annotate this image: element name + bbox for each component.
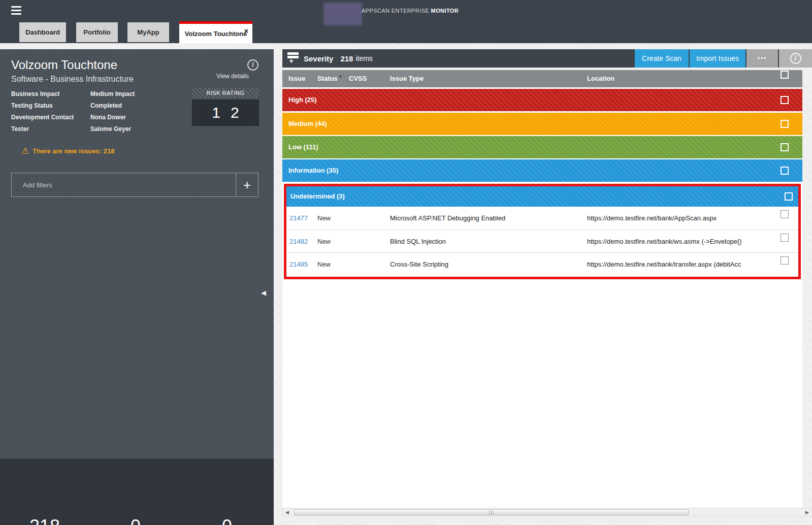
stat-in-progress: 0 IN PROGRESS	[92, 516, 179, 525]
app-title-regular: APPSCAN ENTERPRISE	[362, 8, 429, 14]
field-tester: Tester Salome Geyer	[11, 125, 29, 134]
tab-active-label: Volzoom Touchtone	[185, 30, 247, 38]
issue-row-21477[interactable]: 21477 New Microsoft ASP.NET Debugging En…	[286, 207, 798, 229]
severity-group-label: Medium (44)	[288, 120, 327, 127]
group-checkbox[interactable]	[781, 167, 789, 175]
add-filter-button[interactable]: +	[236, 173, 258, 196]
issue-row-21485[interactable]: 21485 New Cross-Site Scripting https://d…	[286, 252, 798, 275]
group-checkbox[interactable]	[781, 143, 789, 151]
application-subtitle: Software - Business Infrastructure	[11, 75, 134, 84]
items-count: 218	[340, 54, 353, 63]
severity-group-label: Low (111)	[288, 143, 318, 151]
field-value: Completed	[90, 102, 187, 109]
issues-table: Issue Status ▼ CVSS Issue Type Location …	[282, 70, 802, 508]
severity-group-information[interactable]: Information (35)	[282, 159, 802, 182]
issues-toolbar: + Severity 218 items Create Scan Import …	[282, 49, 812, 68]
app-title-bold: MONITOR	[431, 8, 459, 14]
risk-rating-value: 1 2	[192, 100, 259, 126]
issue-row-21482[interactable]: 21482 New Blind SQL Injection https://de…	[286, 229, 798, 252]
tab-myapp[interactable]: MyApp	[127, 22, 169, 42]
scrollbar-grip	[489, 511, 494, 514]
scrollbar-thumb[interactable]	[294, 509, 689, 515]
field-label: Business Impact	[11, 90, 59, 97]
field-value: Nona Dower	[90, 114, 187, 121]
warning-icon: ⚠	[21, 147, 29, 155]
info-icon[interactable]: i	[247, 59, 258, 71]
hamburger-menu-icon[interactable]	[11, 6, 22, 15]
items-count-suffix: items	[355, 54, 372, 62]
application-title: Volzoom Touchtone	[11, 58, 117, 72]
tab-volzoom-touchtone[interactable]: Volzoom Touchtone ×	[179, 21, 252, 43]
table-header-row: Issue Status ▼ CVSS Issue Type Location	[282, 70, 802, 87]
horizontal-scrollbar[interactable]: ◀ ▶	[282, 508, 812, 516]
severity-group-undetermined[interactable]: Undetermined (3)	[286, 186, 798, 207]
field-development-contact: Development Contact Nona Dower	[11, 114, 74, 122]
group-checkbox[interactable]	[785, 192, 793, 201]
stat-value: 0	[92, 516, 179, 525]
application-summary-panel: Volzoom Touchtone Software - Business In…	[0, 49, 274, 525]
group-checkbox[interactable]	[781, 96, 789, 104]
new-issues-warning: ⚠ There are new issues: 218	[21, 147, 114, 155]
view-details-link[interactable]: View details	[202, 73, 249, 80]
severity-group-medium[interactable]: Medium (44)	[282, 113, 802, 135]
filter-box: +	[11, 173, 258, 197]
severity-group-label: Undetermined (3)	[290, 192, 345, 200]
more-actions-button[interactable]: •••	[745, 49, 778, 68]
field-label: Development Contact	[11, 114, 74, 121]
import-issues-button[interactable]: Import Issues	[689, 49, 745, 68]
field-testing-status: Testing Status Completed	[11, 102, 53, 110]
issue-status: New	[317, 214, 331, 222]
column-cvss[interactable]: CVSS	[349, 75, 367, 82]
scroll-left-icon[interactable]: ◀	[285, 510, 289, 515]
severity-group-high[interactable]: High (25)	[282, 89, 802, 111]
stat-active-open: 218 ACTIVE/OPEN	[2, 516, 88, 525]
warning-text: There are new issues: 218	[33, 147, 114, 155]
blurred-logo	[323, 3, 362, 25]
issue-id-link[interactable]: 21485	[289, 260, 308, 268]
sort-desc-icon[interactable]: ▼	[339, 75, 342, 78]
issue-location: https://demo.testfire.net/bank/transfer.…	[587, 260, 779, 268]
group-plus-glyph: +	[288, 57, 295, 64]
issue-type: Cross-Site Scripting	[390, 260, 583, 268]
add-filters-input[interactable]	[12, 173, 236, 196]
row-checkbox[interactable]	[781, 256, 789, 265]
issue-id-link[interactable]: 21482	[289, 238, 308, 245]
tab-portfolio[interactable]: Portfolio	[76, 22, 118, 42]
top-bar: APPSCAN ENTERPRISE MONITOR Dashboard Por…	[0, 0, 812, 43]
create-scan-button[interactable]: Create Scan	[634, 49, 689, 68]
scroll-right-icon[interactable]: ▶	[805, 510, 809, 515]
row-checkbox[interactable]	[781, 234, 789, 242]
row-checkbox[interactable]	[781, 210, 789, 218]
column-status[interactable]: Status	[317, 75, 338, 82]
issue-type: Blind SQL Injection	[390, 238, 583, 245]
field-value: Medium Impact	[90, 90, 187, 97]
risk-value-2: 2	[231, 104, 239, 121]
issue-location: https://demo.testfire.net/bank/AppScan.a…	[587, 214, 779, 222]
issue-id-link[interactable]: 21477	[289, 214, 308, 222]
severity-group-low[interactable]: Low (111)	[282, 136, 802, 158]
risk-rating-label: RISK RATING	[192, 88, 259, 98]
column-issue-type[interactable]: Issue Type	[390, 75, 424, 82]
group-checkbox[interactable]	[781, 120, 789, 128]
group-by-title[interactable]: Severity	[304, 54, 333, 63]
stat-resolved: 0 RESOLVED	[184, 516, 270, 525]
issue-stats-section: 218 ACTIVE/OPEN 0 IN PROGRESS 0 RESOLVED	[0, 458, 274, 525]
risk-value-1: 1	[212, 104, 220, 121]
select-all-checkbox[interactable]	[781, 71, 789, 79]
issue-type: Microsoft ASP.NET Debugging Enabled	[390, 214, 583, 222]
info-button[interactable]: i	[778, 49, 812, 68]
column-issue[interactable]: Issue	[288, 75, 305, 82]
column-location[interactable]: Location	[587, 75, 614, 82]
info-icon: i	[790, 53, 801, 64]
field-business-impact: Business Impact Medium Impact	[11, 90, 59, 99]
field-label: Testing Status	[11, 102, 53, 109]
collapse-panel-icon[interactable]: ◀	[261, 289, 266, 297]
severity-group-label: Information (35)	[288, 167, 338, 174]
highlight-rectangle: Undetermined (3) 21477 New Microsoft ASP…	[284, 184, 801, 279]
field-value: Salome Geyer	[90, 125, 187, 133]
close-tab-icon[interactable]: ×	[244, 27, 248, 35]
stat-value: 218	[2, 516, 88, 525]
field-label: Tester	[11, 125, 29, 133]
tab-dashboard[interactable]: Dashboard	[19, 22, 66, 42]
app-title: APPSCAN ENTERPRISE MONITOR	[362, 8, 459, 14]
